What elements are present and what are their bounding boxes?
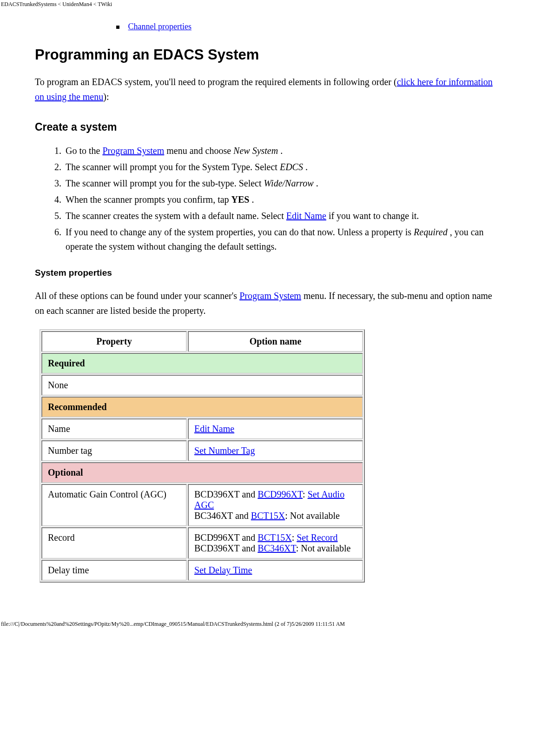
step-em: EDCS <box>280 162 303 172</box>
step-strong: YES <box>231 194 250 205</box>
option-cell: Set Number Tag <box>188 440 363 461</box>
cell-text: BCD396XT and <box>194 489 258 499</box>
step-3: The scanner will prompt you for the sub-… <box>64 176 500 191</box>
table-section-row: Required <box>41 353 363 374</box>
intro-text-post: ): <box>103 92 109 102</box>
step-4: When the scanner prompts you confirm, ta… <box>64 192 500 207</box>
bcd996xt-link[interactable]: BCD996XT <box>258 489 303 499</box>
bct15x-link[interactable]: BCT15X <box>251 511 285 521</box>
cell-text: : Not available <box>296 543 351 553</box>
step-1: Go to the Program System menu and choose… <box>64 144 500 158</box>
bct15x-link-2[interactable]: BCT15X <box>258 532 291 543</box>
channel-properties-link[interactable]: Channel properties <box>128 22 192 31</box>
step-em: Required <box>414 227 448 237</box>
bc346xt-link[interactable]: BC346XT <box>258 543 296 553</box>
step-text: The scanner will prompt you for the sub-… <box>66 178 264 188</box>
option-cell: BCD396XT and BCD996XT: Set Audio AGC BC3… <box>188 484 363 526</box>
step-text: The scanner creates the system with a de… <box>66 211 286 221</box>
intro-text-pre: To program an EDACS system, you'll need … <box>35 77 397 87</box>
cell-text: BCD996XT and <box>194 532 258 543</box>
step-text: if you want to change it. <box>326 211 419 221</box>
none-cell: None <box>41 375 363 396</box>
col-property: Property <box>41 331 187 352</box>
property-cell: Number tag <box>41 440 187 461</box>
system-properties-heading: System properties <box>35 268 500 278</box>
optional-section: Optional <box>41 462 363 483</box>
cell-text: BCD396XT and <box>194 543 258 553</box>
option-cell: BCD996XT and BCT15X: Set Record BCD396XT… <box>188 527 363 559</box>
table-row: Record BCD996XT and BCT15X: Set Record B… <box>41 527 363 559</box>
property-cell: Name <box>41 418 187 439</box>
program-system-link-2[interactable]: Program System <box>239 291 301 301</box>
step-text: Go to the <box>66 146 102 156</box>
property-cell: Delay time <box>41 560 187 581</box>
edit-name-link[interactable]: Edit Name <box>286 211 326 221</box>
step-2: The scanner will prompt you for the Syst… <box>64 160 500 174</box>
property-cell: Automatic Gain Control (AGC) <box>41 484 187 526</box>
step-text: . <box>278 146 283 156</box>
step-text: menu and choose <box>164 146 233 156</box>
page-title: Programming an EDACS System <box>35 46 500 63</box>
edit-name-link-2[interactable]: Edit Name <box>194 424 234 434</box>
step-text: . <box>314 178 318 188</box>
step-text: When the scanner prompts you confirm, ta… <box>66 194 231 205</box>
set-record-link[interactable]: Set Record <box>297 532 337 543</box>
intro-paragraph: To program an EDACS system, you'll need … <box>35 74 500 104</box>
bullet-icon <box>116 26 119 29</box>
required-section: Required <box>41 353 363 374</box>
create-system-heading: Create a system <box>35 121 500 133</box>
step-text: . <box>249 194 254 205</box>
set-number-tag-link[interactable]: Set Number Tag <box>194 445 255 456</box>
para-text: All of these options can be found under … <box>35 291 239 301</box>
step-em: Wide/Narrow <box>264 178 314 188</box>
table-row: Delay time Set Delay Time <box>41 560 363 581</box>
step-6: If you need to change any of the system … <box>64 225 500 254</box>
step-5: The scanner creates the system with a de… <box>64 209 500 223</box>
program-system-link[interactable]: Program System <box>102 146 164 156</box>
col-option-name: Option name <box>188 331 363 352</box>
recommended-section: Recommended <box>41 397 363 418</box>
step-text: The scanner will prompt you for the Syst… <box>66 162 280 172</box>
table-row: Name Edit Name <box>41 418 363 439</box>
page-header: EDACSTrunkedSystems < UnidenMan4 < TWiki <box>0 0 535 8</box>
step-text: If you need to change any of the system … <box>66 227 414 237</box>
cell-text: : <box>303 489 308 499</box>
step-em: New System <box>233 146 278 156</box>
create-system-steps: Go to the Program System menu and choose… <box>35 144 500 254</box>
option-cell: Set Delay Time <box>188 560 363 581</box>
cell-text: : <box>292 532 297 543</box>
system-properties-paragraph: All of these options can be found under … <box>35 288 500 318</box>
table-row: Number tag Set Number Tag <box>41 440 363 461</box>
cell-text: : Not available <box>285 511 340 521</box>
page-footer: file:///C|/Documents%20and%20Settings/PO… <box>0 620 535 637</box>
cell-text: BC346XT and <box>194 511 251 521</box>
table-row: Automatic Gain Control (AGC) BCD396XT an… <box>41 484 363 526</box>
table-section-row: Optional <box>41 462 363 483</box>
property-cell: Record <box>41 527 187 559</box>
main-content: Channel properties Programming an EDACS … <box>0 22 535 583</box>
table-section-row: Recommended <box>41 397 363 418</box>
toc-entry: Channel properties <box>116 22 500 32</box>
set-delay-time-link[interactable]: Set Delay Time <box>194 565 252 575</box>
system-properties-table: Property Option name Required None Recom… <box>40 329 365 583</box>
step-text: . <box>303 162 308 172</box>
table-row: None <box>41 375 363 396</box>
option-cell: Edit Name <box>188 418 363 439</box>
table-header-row: Property Option name <box>41 331 363 352</box>
